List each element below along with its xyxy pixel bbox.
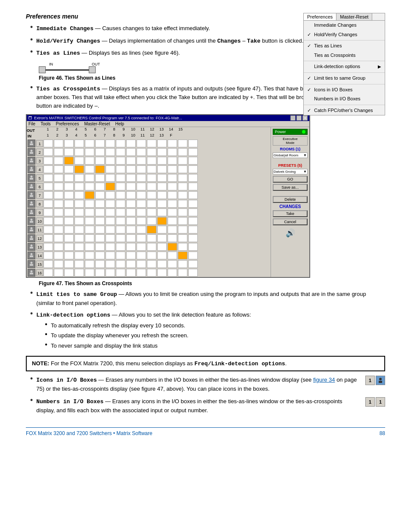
cell-2-5[interactable] [85,148,94,156]
cell-16-10[interactable] [137,269,146,277]
cell-12-10[interactable] [137,234,146,242]
cp-delete-btn[interactable]: Delete [273,196,308,203]
cell-15-2[interactable] [54,260,63,268]
cp-menu-master-reset[interactable]: Master-Reset [84,121,110,126]
cell-5-5[interactable] [85,174,94,182]
cell-6-5[interactable] [85,183,94,190]
cp-global-dropdown[interactable]: Global(all Room ▼ [273,152,308,158]
cell-12-12[interactable] [157,234,167,242]
figure34-link[interactable]: figure 34 [313,376,335,383]
cell-11-7[interactable] [106,226,115,233]
cell-3-6[interactable] [95,157,105,165]
cell-16-13[interactable] [168,269,177,277]
cell-6-13[interactable] [168,183,177,190]
cell-6-15[interactable] [188,183,198,190]
cell-9-10[interactable] [137,208,146,216]
cell-15-13[interactable] [168,260,177,268]
cell-6-3[interactable] [64,183,74,190]
cp-pattern-dropdown[interactable]: Datvek Groing ▼ [273,169,308,174]
cell-6-2[interactable] [54,183,63,190]
prefs-item-numbers[interactable]: Numbers in I/O Boxes [304,94,385,104]
cell-2-15[interactable] [188,148,198,156]
cell-13-3[interactable] [64,243,74,251]
cell-6-9[interactable] [126,183,136,190]
cell-15-9[interactable] [126,260,136,268]
cell-10-14[interactable] [178,217,187,225]
prefs-item-immediate[interactable]: Immediate Changes [304,21,385,30]
cell-1-10[interactable] [137,140,146,147]
cell-10-8[interactable] [116,217,125,225]
cell-2-12[interactable] [157,148,167,156]
cell-3-10[interactable] [137,157,146,165]
cell-10-15[interactable] [188,217,198,225]
cell-9-4[interactable] [75,208,84,216]
cell-11-4[interactable] [75,226,84,233]
cell-4-7[interactable] [106,165,115,173]
cell-13-8[interactable] [116,243,125,251]
cell-2-2[interactable] [54,148,63,156]
cell-14-9[interactable] [126,252,136,259]
cell-9-8[interactable] [116,208,125,216]
cp-power-btn[interactable]: Power [273,129,308,135]
cell-11-13[interactable] [168,226,177,233]
cp-menu-file[interactable]: File [28,121,35,126]
prefs-item-limit[interactable]: ✓ Limit ties to same Group [304,74,385,83]
prefs-item-icons[interactable]: ✓ Icons in I/O Boxes [304,85,385,95]
cell-10-6[interactable] [95,217,105,225]
cell-7-9[interactable] [126,191,136,199]
cell-13-5[interactable] [85,243,94,251]
cell-16-12[interactable] [157,269,167,277]
cell-14-3[interactable] [64,252,74,259]
cell-5-11[interactable] [147,174,156,182]
cell-10-12[interactable] [157,217,167,225]
cell-11-2[interactable] [54,226,63,233]
cell-4-9[interactable] [126,165,136,173]
cell-5-13[interactable] [168,174,177,182]
cell-8-8[interactable] [116,200,125,208]
cell-14-14[interactable] [178,252,187,259]
cell-2-11[interactable] [147,148,156,156]
cell-8-5[interactable] [85,200,94,208]
prefs-tab-preferences[interactable]: Preferences [304,13,336,20]
cell-13-6[interactable] [95,243,105,251]
cp-take-btn[interactable]: Take [273,210,308,217]
cell-16-3[interactable] [64,269,74,277]
cell-1-8[interactable] [116,140,125,147]
cell-14-15[interactable] [188,252,198,259]
cell-2-13[interactable] [168,148,177,156]
cell-15-7[interactable] [106,260,115,268]
cell-5-9[interactable] [126,174,136,182]
cell-11-12[interactable] [157,226,167,233]
cell-10-13[interactable] [168,217,177,225]
cell-3-2[interactable] [54,157,63,165]
cell-9-9[interactable] [126,208,136,216]
cell-1-12[interactable] [157,140,167,147]
cell-5-15[interactable] [188,174,198,182]
cell-10-9[interactable] [126,217,136,225]
cell-11-6[interactable] [95,226,105,233]
cell-13-4[interactable] [75,243,84,251]
cell-5-12[interactable] [157,174,167,182]
cp-minimize-btn[interactable]: _ [290,115,296,121]
cell-13-14[interactable] [178,243,187,251]
cell-9-3[interactable] [64,208,74,216]
cell-3-14[interactable] [178,157,187,165]
cell-3-7[interactable] [106,157,115,165]
cell-13-11[interactable] [147,243,156,251]
cell-8-13[interactable] [168,200,177,208]
cell-2-10[interactable] [137,148,146,156]
cell-12-3[interactable] [64,234,74,242]
cell-6-11[interactable] [147,183,156,190]
cell-12-6[interactable] [95,234,105,242]
cell-5-2[interactable] [54,174,63,182]
cell-12-13[interactable] [168,234,177,242]
cell-7-12[interactable] [157,191,167,199]
cell-7-4[interactable] [75,191,84,199]
cell-8-1[interactable] [44,200,53,208]
cell-12-7[interactable] [106,234,115,242]
cell-1-11[interactable] [147,140,156,147]
prefs-item-ties-cross[interactable]: Ties as Crosspoints [304,51,385,60]
cell-5-6[interactable] [95,174,105,182]
cell-11-10[interactable] [137,226,146,233]
cell-14-10[interactable] [137,252,146,259]
